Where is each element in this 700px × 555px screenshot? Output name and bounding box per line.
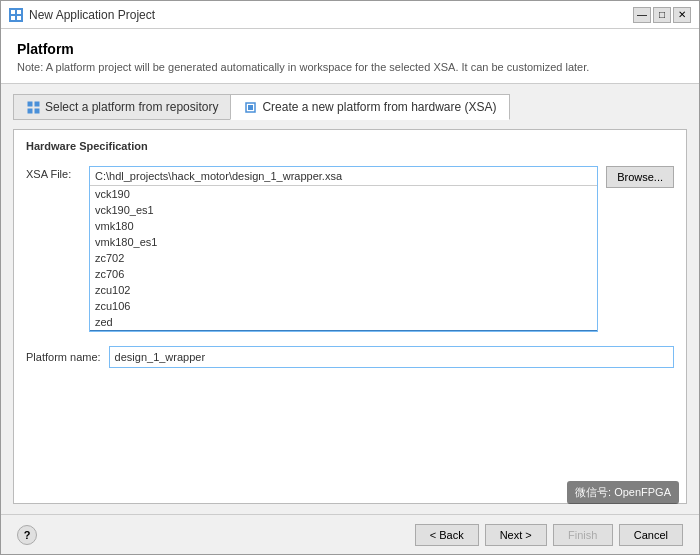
- svg-rect-4: [28, 102, 32, 106]
- footer: ? < Back Next > Finish Cancel: [1, 514, 699, 554]
- xsa-file-label: XSA File:: [26, 168, 81, 180]
- svg-rect-3: [17, 16, 21, 20]
- tab-create-platform-label: Create a new platform from hardware (XSA…: [262, 100, 496, 114]
- platform-name-input[interactable]: [109, 346, 674, 368]
- file-list: vck190vck190_es1vmk180vmk180_es1zc702zc7…: [90, 186, 597, 331]
- hardware-panel: Hardware Specification XSA File: vck190v…: [13, 129, 687, 504]
- svg-rect-9: [248, 105, 253, 110]
- chip-icon: [243, 100, 257, 114]
- platform-name-label: Platform name:: [26, 351, 101, 363]
- list-item[interactable]: C:\hdl_projects\hack_motor\design_1_wrap…: [90, 330, 597, 331]
- main-window: New Application Project — □ ✕ Platform N…: [0, 0, 700, 555]
- list-item[interactable]: zc702: [90, 250, 597, 266]
- file-row: XSA File: vck190vck190_es1vmk180vmk180_e…: [26, 166, 674, 332]
- finish-button[interactable]: Finish: [553, 524, 613, 546]
- svg-rect-2: [11, 16, 15, 20]
- browse-button[interactable]: Browse...: [606, 166, 674, 188]
- window-title: New Application Project: [29, 8, 155, 22]
- list-item[interactable]: zed: [90, 314, 597, 330]
- window-controls: — □ ✕: [633, 7, 691, 23]
- file-list-container: vck190vck190_es1vmk180vmk180_es1zc702zc7…: [89, 166, 598, 332]
- footer-left: ?: [17, 525, 37, 545]
- file-path-input[interactable]: [90, 167, 597, 186]
- back-button[interactable]: < Back: [415, 524, 479, 546]
- svg-rect-5: [35, 102, 39, 106]
- tab-select-platform[interactable]: Select a platform from repository: [13, 94, 230, 120]
- footer-right: < Back Next > Finish Cancel: [415, 524, 683, 546]
- svg-rect-6: [28, 109, 32, 113]
- list-item[interactable]: vmk180: [90, 218, 597, 234]
- grid-icon: [26, 100, 40, 114]
- list-item[interactable]: zcu106: [90, 298, 597, 314]
- svg-rect-7: [35, 109, 39, 113]
- list-item[interactable]: zcu102: [90, 282, 597, 298]
- tab-create-platform[interactable]: Create a new platform from hardware (XSA…: [230, 94, 509, 120]
- content-area: Select a platform from repository Create…: [1, 84, 699, 514]
- tabs-row: Select a platform from repository Create…: [13, 94, 687, 120]
- page-subtitle: Note: A platform project will be generat…: [17, 61, 683, 73]
- minimize-button[interactable]: —: [633, 7, 651, 23]
- next-button[interactable]: Next >: [485, 524, 547, 546]
- list-item[interactable]: vck190_es1: [90, 202, 597, 218]
- page-header: Platform Note: A platform project will b…: [1, 29, 699, 84]
- svg-rect-1: [17, 10, 21, 14]
- title-bar: New Application Project — □ ✕: [1, 1, 699, 29]
- close-button[interactable]: ✕: [673, 7, 691, 23]
- tab-select-platform-label: Select a platform from repository: [45, 100, 218, 114]
- cancel-button[interactable]: Cancel: [619, 524, 683, 546]
- list-item[interactable]: zc706: [90, 266, 597, 282]
- section-label: Hardware Specification: [26, 140, 674, 152]
- list-item[interactable]: vck190: [90, 186, 597, 202]
- svg-rect-0: [11, 10, 15, 14]
- title-bar-left: New Application Project: [9, 8, 155, 22]
- list-item[interactable]: vmk180_es1: [90, 234, 597, 250]
- platform-name-row: Platform name:: [26, 346, 674, 368]
- maximize-button[interactable]: □: [653, 7, 671, 23]
- help-button[interactable]: ?: [17, 525, 37, 545]
- page-title: Platform: [17, 41, 683, 57]
- app-icon: [9, 8, 23, 22]
